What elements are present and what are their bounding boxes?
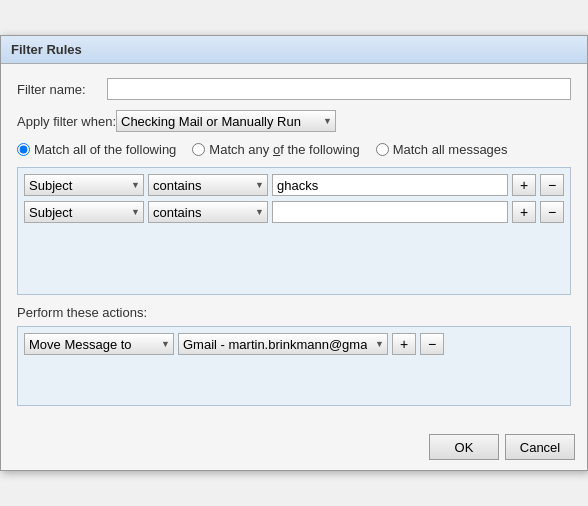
action1-remove-button[interactable]: −	[420, 333, 444, 355]
rules-section: Subject From To contains doesn't contain…	[17, 167, 571, 295]
match-all-messages-radio[interactable]	[376, 143, 389, 156]
rule2-value-input[interactable]	[272, 201, 508, 223]
action1-add-button[interactable]: +	[392, 333, 416, 355]
apply-filter-select-wrapper: Checking Mail or Manually Run Checking M…	[116, 110, 336, 132]
rules-spacer	[24, 228, 564, 288]
rule1-condition-select[interactable]: contains doesn't contain is	[148, 174, 268, 196]
match-all-radio[interactable]	[17, 143, 30, 156]
action-row-1: Move Message to Copy Message to Delete M…	[24, 333, 564, 355]
match-any-text: Match any of the following	[209, 142, 359, 157]
apply-filter-label: Apply filter when:	[17, 114, 116, 129]
rule-row-2: Subject From To contains doesn't contain…	[24, 201, 564, 223]
rule1-field-select-wrapper: Subject From To	[24, 174, 144, 196]
rule2-condition-select[interactable]: contains doesn't contain is	[148, 201, 268, 223]
rule2-condition-select-wrapper: contains doesn't contain is	[148, 201, 268, 223]
actions-section: Move Message to Copy Message to Delete M…	[17, 326, 571, 406]
rule2-add-button[interactable]: +	[512, 201, 536, 223]
rule-row-1: Subject From To contains doesn't contain…	[24, 174, 564, 196]
rule2-field-select-wrapper: Subject From To	[24, 201, 144, 223]
rule1-condition-select-wrapper: contains doesn't contain is	[148, 174, 268, 196]
filter-rules-dialog: Filter Rules Filter name: Apply filter w…	[0, 35, 588, 471]
rule2-remove-button[interactable]: −	[540, 201, 564, 223]
filter-name-row: Filter name:	[17, 78, 571, 100]
match-any-label[interactable]: Match any of the following	[192, 142, 359, 157]
cancel-button[interactable]: Cancel	[505, 434, 575, 460]
match-all-messages-label[interactable]: Match all messages	[376, 142, 508, 157]
action1-target-select[interactable]: Gmail - martin.brinkmann@gmail.com	[178, 333, 388, 355]
match-all-label[interactable]: Match all of the following	[17, 142, 176, 157]
action1-type-select[interactable]: Move Message to Copy Message to Delete M…	[24, 333, 174, 355]
filter-name-input[interactable]	[107, 78, 571, 100]
dialog-title: Filter Rules	[1, 36, 587, 64]
rule2-field-select[interactable]: Subject From To	[24, 201, 144, 223]
dialog-footer: OK Cancel	[1, 428, 587, 470]
rule1-field-select[interactable]: Subject From To	[24, 174, 144, 196]
rule1-add-button[interactable]: +	[512, 174, 536, 196]
filter-name-label: Filter name:	[17, 82, 107, 97]
apply-filter-select[interactable]: Checking Mail or Manually Run Checking M…	[116, 110, 336, 132]
ok-button[interactable]: OK	[429, 434, 499, 460]
rule1-value-input[interactable]	[272, 174, 508, 196]
action1-target-select-wrapper: Gmail - martin.brinkmann@gmail.com	[178, 333, 388, 355]
rule1-remove-button[interactable]: −	[540, 174, 564, 196]
match-all-messages-text: Match all messages	[393, 142, 508, 157]
apply-filter-row: Apply filter when: Checking Mail or Manu…	[17, 110, 571, 132]
match-all-text: Match all of the following	[34, 142, 176, 157]
match-options-row: Match all of the following Match any of …	[17, 142, 571, 157]
actions-label: Perform these actions:	[17, 305, 571, 320]
action1-type-select-wrapper: Move Message to Copy Message to Delete M…	[24, 333, 174, 355]
match-any-radio[interactable]	[192, 143, 205, 156]
